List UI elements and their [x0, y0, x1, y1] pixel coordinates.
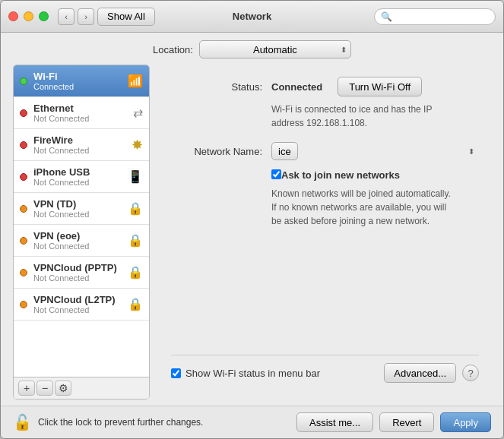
maximize-button[interactable] — [39, 11, 49, 21]
ask-to-join-checkbox[interactable] — [271, 169, 281, 179]
ethernet-icon: ⇄ — [133, 106, 143, 120]
traffic-lights — [8, 11, 49, 21]
help-button[interactable]: ? — [462, 365, 479, 381]
sidebar-item-vpn-td[interactable]: VPN (TD) Not Connected 🔒 — [14, 193, 149, 225]
ethernet-status-dot — [20, 109, 27, 117]
status-description: Wi-Fi is connected to ice and has the IP… — [271, 103, 479, 130]
window-title: Network — [233, 11, 271, 22]
vpn-eoe-status-dot — [20, 237, 27, 245]
sidebar-item-vpncloud-pptp[interactable]: VPNCloud (PPTP) Not Connected 🔒 — [14, 257, 149, 289]
ethernet-text: Ethernet Not Connected — [33, 103, 130, 123]
sidebar-item-iphone-usb[interactable]: iPhone USB Not Connected 📱 — [14, 161, 149, 193]
network-select-wrapper: ice — [271, 142, 479, 160]
vpn-eoe-status: Not Connected — [33, 242, 125, 251]
vpncloud-pptp-status-dot — [20, 269, 27, 276]
search-icon: 🔍 — [381, 11, 392, 22]
iphone-text: iPhone USB Not Connected — [33, 166, 125, 187]
network-name-select[interactable]: ice — [271, 142, 298, 160]
vpn-td-name: VPN (TD) — [33, 198, 125, 210]
vpn-eoe-icon: 🔒 — [128, 233, 143, 248]
nav-buttons: ‹ › — [58, 8, 94, 25]
assist-me-button[interactable]: Assist me... — [296, 412, 373, 432]
revert-button[interactable]: Revert — [379, 412, 434, 432]
vpncloud-pptp-name: VPNCloud (PPTP) — [33, 262, 125, 273]
network-actions-button[interactable]: ⚙ — [55, 381, 71, 396]
advanced-button[interactable]: Advanced... — [384, 363, 456, 383]
firewire-status-dot — [20, 141, 27, 149]
show-all-button[interactable]: Show All — [97, 8, 155, 26]
show-wifi-row: Show Wi-Fi status in menu bar — [171, 368, 320, 379]
ethernet-name: Ethernet — [33, 103, 130, 114]
minimize-button[interactable] — [24, 11, 33, 21]
iphone-icon: 📱 — [128, 169, 143, 184]
vpn-eoe-text: VPN (eoe) Not Connected — [33, 230, 125, 251]
wifi-status-dot — [20, 77, 27, 85]
ask-to-join-description: Known networks will be joined automatica… — [271, 187, 479, 228]
vpn-td-status: Not Connected — [33, 210, 125, 219]
close-button[interactable] — [8, 11, 18, 21]
spacer — [171, 240, 479, 355]
location-select[interactable]: Automatic Edit Locations... — [199, 40, 351, 58]
show-wifi-label[interactable]: Show Wi-Fi status in menu bar — [185, 368, 320, 379]
back-button[interactable]: ‹ — [58, 8, 74, 25]
turn-wifi-off-button[interactable]: Turn Wi-Fi Off — [338, 77, 422, 96]
search-input[interactable] — [395, 11, 489, 22]
vpncloud-l2tp-name: VPNCloud (L2TP) — [33, 294, 125, 305]
bottom-bar: 🔓 Click the lock to prevent further chan… — [1, 406, 503, 438]
vpncloud-pptp-icon: 🔒 — [128, 265, 143, 280]
bottom-options: Show Wi-Fi status in menu bar Advanced..… — [171, 355, 479, 387]
firewire-text: FireWire Not Connected — [33, 134, 128, 155]
wifi-status: Connected — [33, 82, 125, 91]
show-wifi-checkbox[interactable] — [171, 368, 181, 378]
network-window: ‹ › Show All Network 🔍 Location: Automat… — [0, 0, 504, 439]
iphone-status-dot — [20, 173, 27, 181]
vpn-td-icon: 🔒 — [128, 201, 143, 216]
lock-icon[interactable]: 🔓 — [13, 413, 32, 431]
sidebar-toolbar: + − ⚙ — [14, 377, 149, 399]
vpncloud-l2tp-status-dot — [20, 301, 27, 308]
ethernet-status: Not Connected — [33, 114, 130, 123]
vpn-td-text: VPN (TD) Not Connected — [33, 198, 125, 219]
location-label: Location: — [153, 44, 193, 55]
vpn-td-status-dot — [20, 205, 27, 213]
remove-network-button[interactable]: − — [36, 381, 53, 396]
bottom-buttons: Assist me... Revert Apply — [296, 412, 491, 432]
vpncloud-pptp-text: VPNCloud (PPTP) Not Connected — [33, 262, 125, 283]
wifi-icon: 📶 — [128, 74, 143, 88]
firewire-icon: ✸ — [132, 137, 143, 153]
sidebar-list: Wi-Fi Connected 📶 Ethernet Not Connected… — [14, 65, 149, 377]
status-label: Status: — [171, 81, 262, 93]
forward-button[interactable]: › — [78, 8, 94, 25]
network-name-label: Network Name: — [171, 146, 262, 157]
lock-area: 🔓 Click the lock to prevent further chan… — [13, 413, 203, 431]
location-select-wrapper: Automatic Edit Locations... — [199, 40, 351, 58]
vpncloud-l2tp-status: Not Connected — [33, 305, 125, 314]
sidebar-item-wifi[interactable]: Wi-Fi Connected 📶 — [14, 65, 149, 97]
lock-text: Click the lock to prevent further change… — [38, 417, 203, 428]
search-box[interactable]: 🔍 — [374, 8, 496, 25]
main-content: Wi-Fi Connected 📶 Ethernet Not Connected… — [1, 65, 503, 406]
vpn-eoe-name: VPN (eoe) — [33, 230, 125, 242]
wifi-name: Wi-Fi — [33, 71, 125, 82]
network-name-row: Network Name: ice — [171, 142, 479, 160]
ask-to-join-row: Ask to join new networks — [271, 169, 479, 181]
sidebar-item-vpncloud-l2tp[interactable]: VPNCloud (L2TP) Not Connected 🔒 — [14, 289, 149, 321]
vpncloud-l2tp-text: VPNCloud (L2TP) Not Connected — [33, 294, 125, 314]
iphone-status: Not Connected — [33, 178, 125, 187]
location-bar: Location: Automatic Edit Locations... — [1, 33, 503, 65]
ask-to-join-label[interactable]: Ask to join new networks — [281, 169, 400, 181]
sidebar-item-ethernet[interactable]: Ethernet Not Connected ⇄ — [14, 97, 149, 129]
detail-panel: Status: Connected Turn Wi-Fi Off Wi-Fi i… — [159, 65, 491, 400]
sidebar-item-firewire[interactable]: FireWire Not Connected ✸ — [14, 129, 149, 161]
sidebar: Wi-Fi Connected 📶 Ethernet Not Connected… — [13, 65, 150, 400]
status-value: Connected — [271, 81, 322, 93]
titlebar: ‹ › Show All Network 🔍 — [1, 1, 503, 33]
status-row: Status: Connected Turn Wi-Fi Off — [171, 77, 479, 96]
firewire-status: Not Connected — [33, 146, 128, 155]
sidebar-item-vpn-eoe[interactable]: VPN (eoe) Not Connected 🔒 — [14, 225, 149, 257]
add-network-button[interactable]: + — [18, 381, 35, 396]
vpncloud-l2tp-icon: 🔒 — [128, 297, 143, 311]
apply-button[interactable]: Apply — [440, 412, 491, 432]
vpncloud-pptp-status: Not Connected — [33, 273, 125, 283]
wifi-text: Wi-Fi Connected — [33, 71, 125, 91]
